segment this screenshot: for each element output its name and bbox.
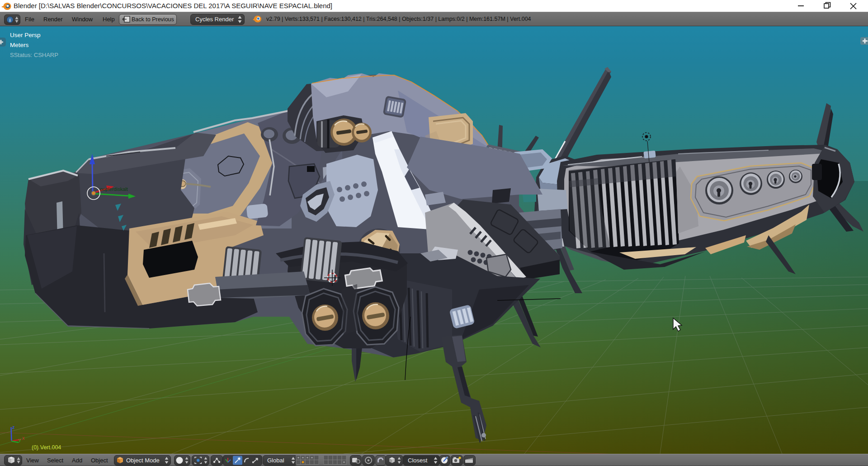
svg-text:User Persp: User Persp: [10, 32, 41, 38]
svg-text:Meters: Meters: [10, 42, 29, 48]
svg-text:i: i: [9, 17, 10, 23]
svg-text:x: x: [22, 435, 25, 441]
svg-text:SStatus: CSHARP: SStatus: CSHARP: [10, 52, 58, 58]
svg-text:z: z: [12, 424, 15, 430]
svg-text:y: y: [19, 437, 21, 442]
svg-text:ouplerdiskalt: ouplerdiskalt: [100, 186, 128, 192]
svg-text:(0) Vert.004: (0) Vert.004: [32, 444, 61, 451]
